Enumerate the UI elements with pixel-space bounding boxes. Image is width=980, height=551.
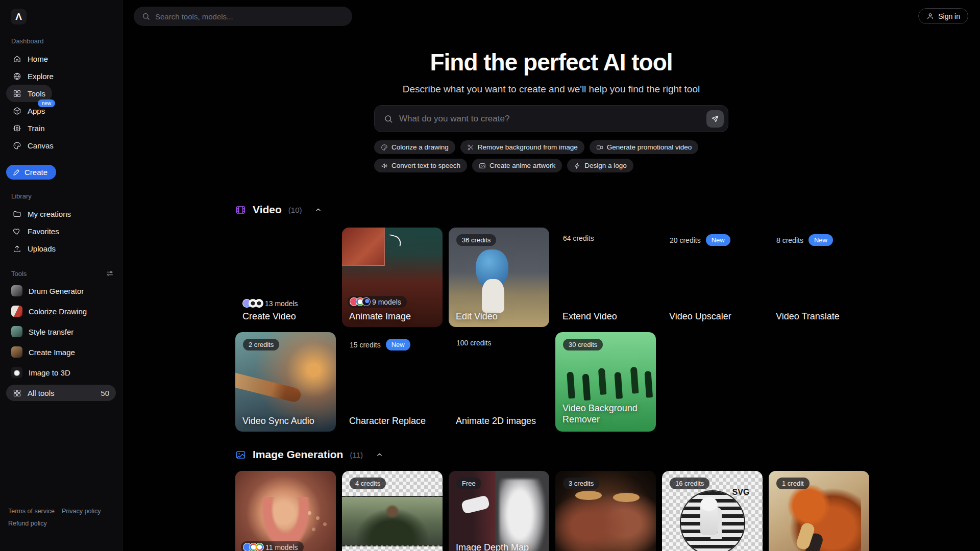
privacy-link[interactable]: Privacy policy — [62, 508, 101, 515]
sidebar-item-uploads[interactable]: Uploads — [6, 240, 116, 257]
image-tool-card-4[interactable]: 3 credits — [555, 471, 656, 551]
home-icon — [13, 55, 21, 63]
models-badge: 9 models — [348, 296, 407, 308]
tool-card-video-translate[interactable]: 8 credits New Video Translate — [769, 228, 869, 327]
tool-card-animate-image[interactable]: 9 models Animate Image — [342, 228, 443, 327]
section-title: Image Generation — [253, 448, 343, 461]
models-badge: 13 models — [242, 299, 298, 308]
chip-promotional-video[interactable]: Generate promotional video — [590, 140, 699, 154]
library-nav: My creations Favorites Uploads — [6, 205, 116, 257]
chevron-up-icon[interactable] — [314, 206, 322, 214]
sidebar-item-explore[interactable]: Explore — [6, 67, 116, 85]
tool-thumbnail — [11, 285, 22, 296]
filter-sliders-icon[interactable] — [106, 269, 114, 278]
tool-card-animate-2d-images[interactable]: 100 credits Animate 2D images — [449, 332, 549, 432]
video-cards-grid: 13 models Create Video 9 models Animate … — [235, 228, 980, 432]
image-icon — [479, 162, 486, 169]
sidebar-tool-drum-generator[interactable]: Drum Generator — [6, 281, 116, 301]
image-tool-card-2[interactable]: 4 credits — [342, 471, 443, 551]
tool-card-extend-video[interactable]: 64 credits Extend Video — [555, 228, 656, 327]
credits-badge: 3 credits — [563, 478, 599, 489]
tool-card-edit-video[interactable]: 36 credits Edit Video — [449, 228, 549, 327]
tool-card-title: Video Sync Audio — [242, 415, 330, 427]
credits-badge: 36 credits — [456, 234, 496, 246]
sidebar-tool-create-image[interactable]: Create Image — [6, 342, 116, 362]
chip-text-to-speech[interactable]: Convert text to speech — [374, 159, 467, 172]
chip-design-logo[interactable]: Design a logo — [567, 159, 633, 172]
tool-card-character-replace[interactable]: 15 credits New Character Replace — [342, 332, 443, 432]
section-title: Video — [253, 204, 282, 216]
palette-icon — [13, 141, 21, 150]
palette-icon — [381, 144, 388, 151]
tools-nav: Drum Generator Colorize Drawing Style tr… — [6, 281, 116, 401]
tool-card-video-sync-audio[interactable]: 2 credits Video Sync Audio — [235, 332, 336, 432]
sign-in-button[interactable]: Sign in — [918, 8, 968, 24]
create-button-label: Create — [24, 168, 47, 177]
sidebar-item-my-creations[interactable]: My creations — [6, 205, 116, 222]
brush-icon — [13, 168, 20, 176]
terms-link[interactable]: Terms of service — [8, 508, 55, 515]
credits-badge: 20 credits — [670, 236, 701, 244]
film-icon — [235, 205, 246, 215]
tool-thumbnail — [235, 471, 336, 551]
sidebar-tool-style-transfer[interactable]: Style transfer — [6, 321, 116, 342]
sidebar-item-label: Home — [28, 55, 48, 63]
top-search — [134, 7, 352, 26]
chip-remove-background[interactable]: Remove background from image — [460, 140, 584, 154]
chip-label: Design a logo — [584, 162, 627, 169]
model-avatar — [255, 543, 264, 551]
tool-card-video-upscaler[interactable]: 20 credits New Video Upscaler — [662, 228, 763, 327]
model-avatars — [242, 299, 261, 308]
refund-link[interactable]: Refund policy — [8, 520, 47, 527]
tool-label: Create Image — [29, 348, 75, 357]
sidebar-item-label: Explore — [28, 72, 54, 81]
chevron-up-icon[interactable] — [376, 451, 383, 459]
sidebar-item-all-tools[interactable]: All tools 50 — [6, 385, 116, 401]
sections: Video (10) 13 models Create Video 9 — [122, 203, 980, 551]
topbar: Sign in — [122, 0, 980, 33]
image-tool-card-6[interactable]: 1 credit — [769, 471, 869, 551]
prompt-input[interactable] — [399, 114, 702, 124]
tool-thumbnail — [11, 367, 22, 378]
credits-badge: 100 credits — [456, 339, 491, 347]
create-button[interactable]: Create — [6, 165, 56, 180]
tool-card-title: Image Depth Map — [456, 542, 543, 551]
credits-badge: 1 credit — [776, 478, 810, 489]
video-section-header: Video (10) — [235, 203, 980, 216]
chip-colorize-drawing[interactable]: Colorize a drawing — [374, 140, 455, 154]
tool-card-image-depth-map[interactable]: Free Image Depth Map — [449, 471, 549, 551]
tool-thumbnail — [11, 346, 22, 358]
chip-label: Colorize a drawing — [391, 143, 449, 151]
sidebar-item-favorites[interactable]: Favorites — [6, 222, 116, 240]
top-search-input[interactable] — [155, 12, 344, 21]
image-tool-card-5[interactable]: SVG 16 credits — [662, 471, 763, 551]
image-cards-grid: 11 models 4 credits Free Image Depth Map… — [235, 471, 980, 551]
sidebar-item-canvas[interactable]: Canvas — [6, 137, 116, 154]
app-window: Λ Dashboard Home Explore Tools Apps new — [0, 0, 980, 551]
credits-badge: 30 credits — [563, 339, 603, 350]
sidebar-item-label: Train — [28, 124, 45, 133]
brand-logo[interactable]: Λ — [11, 9, 27, 24]
sidebar-tool-colorize-drawing[interactable]: Colorize Drawing — [6, 301, 116, 321]
section-count: (11) — [350, 450, 363, 459]
main-content: Sign in Find the perfect AI tool Describ… — [122, 0, 980, 551]
image-section-header: Image Generation (11) — [235, 448, 980, 461]
page-title: Find the perfect AI tool — [122, 48, 980, 76]
image-tool-card-1[interactable]: 11 models — [235, 471, 336, 551]
sidebar-item-label: Apps — [28, 107, 45, 115]
model-avatars — [243, 543, 261, 551]
tool-card-create-video[interactable]: 13 models Create Video — [235, 228, 336, 327]
sidebar-tool-image-to-3d[interactable]: Image to 3D — [6, 362, 116, 383]
credits-badge: 8 credits — [776, 236, 803, 244]
section-count: (10) — [288, 206, 302, 214]
sidebar-item-home[interactable]: Home — [6, 50, 116, 67]
sidebar-item-apps[interactable]: Apps new — [6, 102, 116, 119]
send-button[interactable] — [706, 110, 724, 128]
folder-icon — [13, 210, 21, 218]
sidebar-item-train[interactable]: Train — [6, 119, 116, 137]
sidebar-tools-header: Tools — [11, 269, 114, 278]
tool-card-video-background-remover[interactable]: 30 credits Video Background Remover — [555, 332, 656, 432]
search-icon — [384, 114, 393, 123]
search-icon — [142, 12, 150, 20]
chip-anime-artwork[interactable]: Create anime artwork — [472, 159, 562, 172]
